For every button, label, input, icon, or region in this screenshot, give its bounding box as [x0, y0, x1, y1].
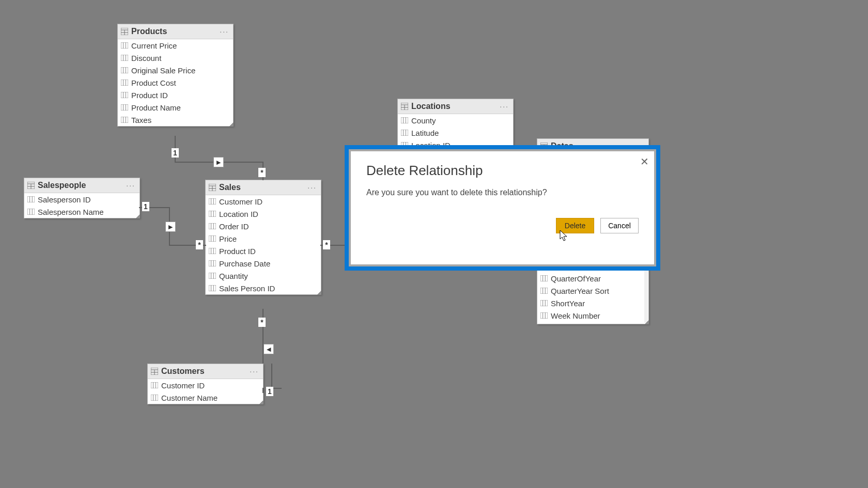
svg-rect-32 — [27, 209, 35, 215]
table-field[interactable]: Taxes — [118, 114, 233, 126]
field-label: Latitude — [411, 129, 439, 137]
model-canvas[interactable]: Products ··· Current PriceDiscountOrigin… — [0, 0, 868, 488]
filter-direction-icon: ◀ — [264, 344, 274, 354]
svg-rect-58 — [209, 223, 216, 229]
svg-rect-19 — [121, 104, 128, 111]
relationship-line[interactable] — [271, 364, 272, 389]
close-icon[interactable]: ✕ — [640, 155, 649, 168]
table-field-list: Current PriceDiscountOriginal Sale Price… — [118, 39, 233, 126]
svg-rect-10 — [121, 67, 128, 73]
table-field[interactable]: Latitude — [398, 127, 513, 139]
table-field[interactable]: QuarterYear Sort — [537, 285, 648, 297]
resize-handle[interactable] — [136, 214, 140, 218]
column-icon — [540, 288, 548, 294]
table-field[interactable]: Customer ID — [148, 379, 263, 391]
svg-rect-4 — [121, 42, 128, 49]
table-field[interactable]: Salesperson ID — [24, 193, 140, 206]
svg-rect-70 — [209, 273, 216, 279]
column-icon — [151, 395, 158, 401]
column-icon — [209, 285, 216, 291]
table-locations[interactable]: Locations ··· CountyLatitudeLocation ID — [397, 99, 514, 152]
table-field[interactable]: Customer Name — [148, 391, 263, 404]
table-title: Salespeople — [38, 181, 86, 190]
table-icon — [401, 103, 408, 110]
resize-handle[interactable] — [229, 122, 234, 127]
svg-rect-16 — [121, 92, 128, 98]
table-field[interactable]: ShortYear — [537, 297, 648, 309]
relationship-line[interactable] — [262, 388, 264, 393]
table-field[interactable]: Salesperson Name — [24, 206, 140, 218]
field-label: Taxes — [131, 116, 151, 124]
table-field[interactable]: Week Number — [537, 309, 648, 322]
resize-handle[interactable] — [259, 400, 264, 404]
svg-rect-67 — [209, 260, 216, 266]
table-field[interactable]: Product ID — [206, 245, 321, 257]
table-title: Products — [131, 27, 167, 36]
delete-button[interactable]: Delete — [556, 218, 594, 233]
table-menu-icon[interactable]: ··· — [126, 181, 135, 190]
table-sales[interactable]: Sales ··· Customer IDLocation IDOrder ID… — [205, 180, 321, 295]
table-field[interactable]: Customer ID — [206, 195, 321, 208]
table-field[interactable]: Original Sale Price — [118, 64, 233, 76]
field-label: Customer Name — [161, 393, 218, 402]
column-icon — [209, 211, 216, 217]
column-icon — [121, 117, 128, 123]
svg-rect-80 — [151, 382, 158, 388]
relationship-line[interactable] — [262, 309, 264, 364]
field-label: Price — [219, 234, 237, 243]
table-products[interactable]: Products ··· Current PriceDiscountOrigin… — [117, 24, 234, 127]
dialog-body: ✕ Delete Relationship Are you sure you w… — [349, 149, 656, 266]
table-header[interactable]: Salespeople ··· — [24, 178, 140, 193]
table-header[interactable]: Locations ··· — [398, 99, 513, 114]
table-salespeople[interactable]: Salespeople ··· Salesperson IDSalesperso… — [24, 178, 140, 218]
table-menu-icon[interactable]: ··· — [220, 27, 229, 36]
svg-rect-93 — [540, 275, 548, 281]
table-field[interactable]: County — [398, 114, 513, 127]
table-customers[interactable]: Customers ··· Customer IDCustomer Name — [147, 364, 264, 404]
table-header[interactable]: Sales ··· — [206, 180, 321, 195]
filter-direction-icon: ▶ — [213, 157, 224, 167]
field-label: Original Sale Price — [131, 66, 195, 75]
table-field[interactable]: Location ID — [206, 208, 321, 220]
table-field[interactable]: Current Price — [118, 39, 233, 52]
table-field[interactable]: Discount — [118, 52, 233, 64]
cardinality-one: 1 — [142, 202, 149, 211]
column-icon — [209, 248, 216, 254]
svg-rect-61 — [209, 235, 216, 242]
field-label: Week Number — [551, 311, 600, 320]
table-menu-icon[interactable]: ··· — [500, 102, 509, 111]
table-menu-icon[interactable]: ··· — [307, 183, 317, 192]
column-icon — [209, 235, 216, 242]
table-field[interactable]: Purchase Date — [206, 257, 321, 270]
svg-rect-39 — [401, 117, 408, 123]
resize-handle[interactable] — [317, 291, 321, 295]
column-icon — [121, 42, 128, 49]
field-label: QuarterYear Sort — [551, 287, 609, 295]
resize-handle[interactable] — [645, 320, 649, 324]
table-field-list: Customer IDLocation IDOrder IDPriceProdu… — [206, 195, 321, 294]
field-label: Salesperson Name — [38, 208, 104, 216]
table-field[interactable]: Order ID — [206, 220, 321, 232]
table-field[interactable]: Product Name — [118, 101, 233, 114]
field-label: Product ID — [219, 247, 256, 256]
table-header[interactable]: Customers ··· — [148, 364, 263, 379]
table-header[interactable]: Products ··· — [118, 24, 233, 39]
table-field[interactable]: Quantity — [206, 270, 321, 282]
svg-rect-83 — [151, 395, 158, 401]
table-menu-icon[interactable]: ··· — [250, 367, 259, 375]
column-icon — [121, 55, 128, 61]
table-field[interactable]: Product Cost — [118, 76, 233, 89]
table-field[interactable]: QuarterOfYear — [537, 272, 648, 285]
filter-direction-icon: ▶ — [165, 222, 176, 232]
table-field[interactable]: Price — [206, 232, 321, 245]
table-field[interactable]: Sales Person ID — [206, 282, 321, 294]
column-icon — [121, 67, 128, 73]
table-icon — [27, 182, 35, 189]
column-icon — [121, 92, 128, 98]
dialog-message: Are you sure you want to delete this rel… — [366, 188, 639, 197]
cancel-button[interactable]: Cancel — [600, 218, 639, 233]
column-icon — [540, 300, 548, 306]
cardinality-many: * — [258, 168, 266, 177]
field-label: Location ID — [219, 210, 258, 218]
table-field[interactable]: Product ID — [118, 89, 233, 101]
